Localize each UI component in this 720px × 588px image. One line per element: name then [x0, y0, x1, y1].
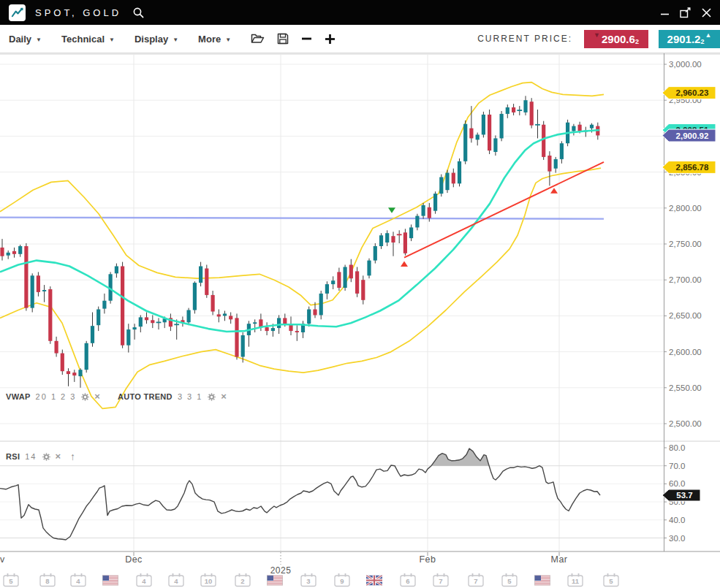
autotrend-settings-icon[interactable]	[208, 393, 216, 401]
zoom-in-icon[interactable]	[325, 34, 336, 45]
svg-text:6: 6	[406, 577, 409, 585]
candle	[139, 315, 143, 332]
candle	[523, 96, 527, 115]
price-tick-label: 2,600.00	[669, 348, 702, 356]
chart-canvas[interactable]: 3,000.002,950.002,900.002,850.002,800.00…	[0, 53, 720, 588]
candle	[156, 318, 162, 329]
year-label: 2025	[270, 565, 292, 576]
calendar-event-icon[interactable]: 6	[401, 573, 415, 587]
menu-technical-label: Technical	[61, 34, 105, 45]
calendar-event-icon[interactable]: 5	[604, 573, 618, 587]
calendar-event-icon[interactable]: 8	[40, 573, 55, 587]
rsi-params: 14	[25, 452, 37, 461]
candle	[445, 170, 449, 194]
calendar-event-icon[interactable]: 3	[301, 573, 316, 587]
menu-technical[interactable]: Technical▼	[61, 34, 115, 45]
candle	[217, 310, 221, 323]
open-folder-icon[interactable]	[251, 33, 265, 45]
candle	[102, 294, 106, 314]
vwap-label: VWAP	[6, 392, 31, 401]
horizontal-level-line[interactable]	[0, 218, 604, 219]
candles-layer	[0, 96, 599, 388]
candle	[488, 110, 491, 154]
upper-band-price-tag-text: 2,960.23	[676, 88, 709, 97]
calendar-event-icon[interactable]: 4	[137, 573, 151, 587]
candle	[337, 268, 341, 291]
rsi-overbought-fill	[431, 448, 489, 466]
candle	[253, 319, 257, 332]
calendar-event-icon[interactable]: 5	[502, 573, 517, 587]
candle	[403, 229, 407, 255]
candle	[409, 224, 413, 241]
close-button[interactable]	[702, 8, 711, 18]
zoom-out-icon[interactable]	[301, 34, 312, 44]
candle	[205, 265, 208, 298]
buy-signal-icon	[401, 261, 408, 267]
candle	[415, 214, 419, 231]
price-tick-label: 2,750.00	[669, 240, 702, 248]
rsi-settings-icon[interactable]	[42, 453, 50, 461]
bid-price-pip: 2	[635, 38, 639, 45]
calendar-event-icon[interactable]: 2	[235, 573, 250, 587]
us-flag-icon[interactable]	[102, 576, 118, 586]
svg-text:4: 4	[174, 577, 178, 585]
candle	[91, 313, 94, 347]
candle	[187, 308, 191, 326]
titlebar: SPOT, GOLD	[0, 0, 720, 25]
candle	[229, 313, 232, 324]
autotrend-remove-icon[interactable]: ×	[221, 393, 227, 400]
candle	[379, 233, 383, 249]
rsi-tick-label: 40.0	[669, 516, 685, 524]
candle	[331, 276, 335, 289]
candle	[72, 370, 76, 382]
overlay-indicator-labels: VWAP 20 1 2 3 × AUTO TREND 3 3 1 ×	[6, 392, 227, 401]
popout-button[interactable]	[680, 7, 691, 18]
svg-text:2: 2	[240, 577, 244, 585]
arrow-up-icon: ▲	[705, 31, 711, 39]
menu-display[interactable]: Display▼	[134, 34, 178, 45]
candle	[12, 248, 16, 258]
candle	[361, 275, 365, 304]
calendar-event-icon[interactable]: 7	[469, 573, 483, 587]
calendar-event-icon[interactable]: 10	[201, 573, 216, 587]
price-tick-label: 2,650.00	[669, 311, 702, 320]
candle	[547, 151, 551, 186]
rsi-remove-icon[interactable]: ×	[56, 453, 61, 460]
candle	[0, 239, 4, 261]
gridlines	[0, 55, 664, 551]
rsi-move-up-icon[interactable]: ↑	[70, 453, 75, 461]
candle	[482, 112, 485, 138]
menu-display-label: Display	[134, 34, 168, 45]
rsi-tick-label: 80.0	[669, 443, 685, 452]
vwap-settings-icon[interactable]	[81, 393, 89, 401]
calendar-event-icon[interactable]: 5	[4, 573, 18, 587]
us-flag-icon[interactable]	[267, 576, 283, 586]
search-icon[interactable]	[132, 7, 145, 19]
vwap-params: 20 1 2 3	[36, 392, 77, 401]
candle	[301, 321, 305, 338]
price-axis: 3,000.002,950.002,900.002,850.002,800.00…	[664, 60, 702, 428]
candle	[37, 272, 40, 296]
toolbar: Daily▼ Technical▼ Display▼ More▼ CURRENT…	[0, 25, 720, 53]
calendar-event-icon[interactable]: 7	[433, 573, 448, 587]
candle	[355, 267, 359, 297]
rsi-value-tag-text: 53.7	[676, 491, 692, 500]
calendar-event-icon[interactable]: 4	[169, 573, 183, 587]
svg-text:11: 11	[572, 577, 580, 585]
calendar-event-icon[interactable]: 4	[71, 573, 86, 587]
vwap-remove-icon[interactable]: ×	[94, 393, 100, 400]
menu-daily[interactable]: Daily▼	[9, 34, 42, 45]
candle	[193, 281, 197, 313]
event-icons-row: 58444102396775115	[4, 573, 618, 587]
candle	[169, 313, 173, 331]
price-tick-label: 2,800.00	[669, 204, 702, 213]
candle	[115, 264, 118, 278]
calendar-event-icon[interactable]: 9	[335, 573, 349, 587]
calendar-event-icon[interactable]: 11	[568, 573, 583, 587]
uk-flag-icon[interactable]	[366, 576, 382, 586]
us-flag-icon[interactable]	[534, 576, 550, 586]
save-icon[interactable]	[277, 33, 289, 45]
rsi-label: RSI	[6, 452, 20, 461]
minimize-button[interactable]	[661, 8, 670, 17]
menu-more[interactable]: More▼	[198, 34, 231, 45]
